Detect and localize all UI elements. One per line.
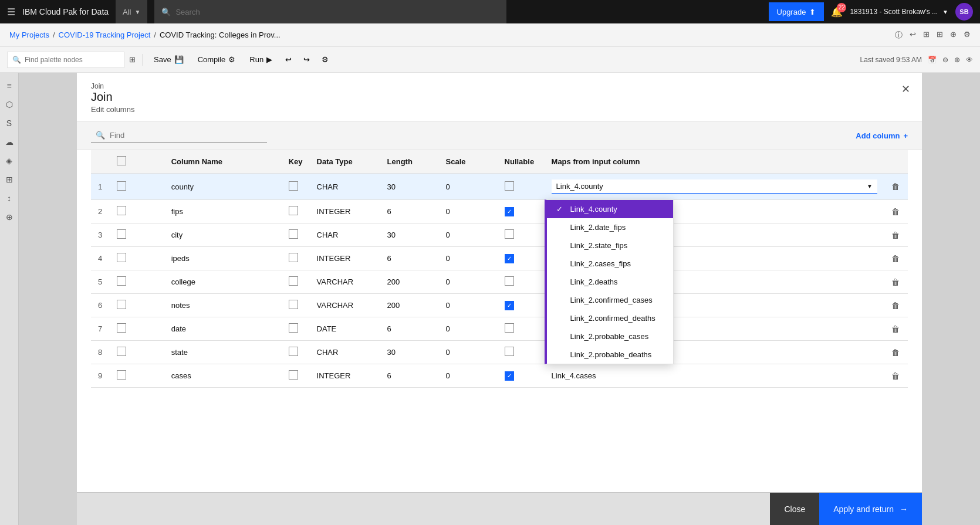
dropdown-item[interactable]: Link_2.probable_cases [547, 327, 673, 346]
nullable-cell [498, 247, 545, 270]
sidebar-icon-1[interactable]: ≡ [1, 77, 18, 94]
dropdown-item[interactable]: Link_2.date_fips [547, 218, 673, 236]
zoom-in-icon[interactable]: ⊕ [950, 30, 957, 40]
dropdown-item[interactable]: Link_2.confirmed_deaths [547, 309, 673, 327]
row-checkbox[interactable] [117, 229, 126, 239]
nullable-checkbox[interactable] [505, 207, 514, 216]
apply-return-button[interactable]: Apply and return → [819, 493, 922, 526]
scale: 0 [439, 341, 498, 364]
modal-title: Join [91, 90, 908, 104]
row-checkbox[interactable] [117, 323, 126, 333]
delete-icon[interactable]: 🗑 [891, 371, 900, 381]
key-checkbox[interactable] [289, 206, 298, 215]
run-button[interactable]: Run ▶ [244, 50, 278, 69]
select-all-checkbox[interactable] [117, 156, 126, 165]
dropdown-item[interactable]: Link_2.cases_fips [547, 255, 673, 273]
dropdown-item[interactable]: Link_2.confirmed_cases [547, 291, 673, 309]
view-icon[interactable]: 👁 [966, 56, 973, 64]
row-checkbox[interactable] [117, 206, 126, 215]
user-menu[interactable]: 1831913 - Scott Brokaw's ... ▼ [850, 8, 948, 16]
row-checkbox[interactable] [117, 181, 126, 191]
close-button[interactable]: Close [770, 493, 819, 526]
undo-icon[interactable]: ↩ [281, 53, 296, 66]
nullable-checkbox[interactable] [505, 347, 514, 356]
row-checkbox[interactable] [117, 370, 126, 380]
delete-icon[interactable]: 🗑 [891, 254, 900, 263]
nullable-checkbox[interactable] [505, 323, 514, 333]
breadcrumb-project[interactable]: COVID-19 Tracking Project [59, 31, 151, 39]
undo-icon[interactable]: ↩ [910, 30, 916, 40]
delete-icon[interactable]: 🗑 [891, 348, 900, 357]
delete-icon[interactable]: 🗑 [891, 182, 900, 191]
info-icon[interactable]: ⓘ [895, 30, 903, 40]
redo-icon[interactable]: ⊞ [923, 30, 930, 40]
all-dropdown[interactable]: All ▼ [116, 0, 147, 23]
zoom-in-icon[interactable]: ⊕ [954, 56, 960, 64]
sidebar-icon-3[interactable]: S [1, 115, 18, 131]
upgrade-button[interactable]: Upgrade ⬆ [769, 2, 824, 21]
row-checkbox[interactable] [117, 347, 126, 356]
settings-icon[interactable]: ⚙ [317, 53, 333, 66]
nullable-checkbox[interactable] [505, 301, 514, 310]
key-checkbox[interactable] [289, 181, 298, 191]
redo-icon[interactable]: ↪ [299, 53, 315, 66]
key-checkbox[interactable] [289, 253, 298, 262]
delete-icon[interactable]: 🗑 [891, 277, 900, 287]
nullable-checkbox[interactable] [505, 229, 514, 239]
dropdown-item[interactable]: Link_2.deaths [547, 273, 673, 291]
nullable-cell [498, 317, 545, 341]
delete-icon[interactable]: 🗑 [891, 324, 900, 334]
nullable-checkbox[interactable] [505, 181, 514, 191]
nav-right: Upgrade ⬆ 🔔 22 1831913 - Scott Brokaw's … [769, 2, 973, 21]
save-button[interactable]: Save 💾 [148, 50, 190, 69]
delete-icon[interactable]: 🗑 [891, 301, 900, 310]
sidebar-icon-8[interactable]: ⊕ [1, 209, 18, 225]
maps-dropdown-trigger[interactable]: Link_4.county ▼ [552, 179, 877, 194]
menu-icon[interactable]: ☰ [7, 6, 15, 18]
column-name: city [164, 223, 282, 247]
find-columns-input[interactable] [110, 131, 262, 140]
zoom-out-icon[interactable]: ⊖ [942, 56, 948, 64]
key-checkbox[interactable] [289, 300, 298, 309]
compile-button[interactable]: Compile ⚙ [192, 50, 242, 69]
search-input[interactable] [175, 8, 499, 16]
modal-search[interactable]: 🔍 [91, 128, 267, 143]
sidebar-icon-4[interactable]: ☁ [1, 134, 18, 150]
nullable-checkbox[interactable] [505, 276, 514, 286]
delete-icon[interactable]: 🗑 [891, 207, 900, 216]
notification-button[interactable]: 🔔 22 [831, 6, 843, 18]
dropdown-item[interactable]: Link_2.probable_deaths [547, 346, 673, 364]
delete-icon[interactable]: 🗑 [891, 231, 900, 240]
scale: 0 [439, 200, 498, 223]
nullable-checkbox[interactable] [505, 371, 514, 381]
key-checkbox[interactable] [289, 229, 298, 239]
avatar[interactable]: SB [955, 3, 973, 21]
find-input[interactable] [25, 56, 119, 64]
scale: 0 [439, 223, 498, 247]
modal-close-button[interactable]: ✕ [896, 80, 915, 99]
global-search[interactable]: 🔍 [154, 0, 506, 23]
sidebar-icon-2[interactable]: ⬡ [1, 96, 18, 113]
key-checkbox[interactable] [289, 370, 298, 380]
key-checkbox-cell [282, 174, 310, 200]
settings-icon[interactable]: ⚙ [964, 30, 971, 40]
sidebar-icon-5[interactable]: ◈ [1, 153, 18, 169]
sidebar-icon-6[interactable]: ⊞ [1, 171, 18, 188]
breadcrumb-projects[interactable]: My Projects [9, 31, 49, 39]
dropdown-item[interactable]: Link_2.state_fips [547, 236, 673, 255]
key-checkbox[interactable] [289, 347, 298, 356]
key-checkbox-cell [282, 317, 310, 341]
key-checkbox[interactable] [289, 323, 298, 333]
add-column-button[interactable]: Add column + [856, 131, 908, 140]
row-checkbox[interactable] [117, 300, 126, 309]
maps-cell-open[interactable]: Link_4.county ▼ ✓ Link_4.county Link_2.d… [545, 174, 884, 200]
nullable-checkbox[interactable] [505, 254, 514, 263]
grid-icon[interactable]: ⊞ [937, 30, 943, 40]
data-type: CHAR [310, 174, 380, 200]
th-key: Key [282, 150, 310, 174]
key-checkbox[interactable] [289, 276, 298, 286]
row-checkbox[interactable] [117, 253, 126, 262]
dropdown-item[interactable]: ✓ Link_4.county [547, 200, 673, 218]
sidebar-icon-7[interactable]: ↕ [1, 190, 18, 206]
row-checkbox[interactable] [117, 276, 126, 286]
